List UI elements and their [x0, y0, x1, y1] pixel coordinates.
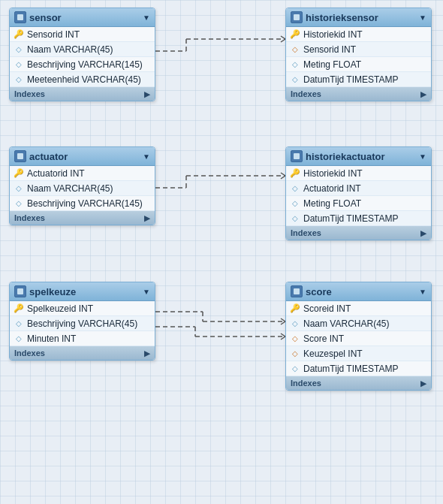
diamond-icon-sensor-4: ◇: [14, 75, 23, 84]
field-actuator-3: ◇ Beschrijving VARCHAR(145): [10, 196, 155, 211]
field-historieksensor-3: ◇ Meting FLOAT: [286, 57, 431, 72]
field-text-historieksensor-3: Meting FLOAT: [303, 59, 361, 70]
field-sensor-1: 🔑 Sensorid INT: [10, 27, 155, 42]
table-header-historiekactuator[interactable]: historiekactuator ▼: [286, 147, 431, 166]
field-historiekactuator-4: ◇ DatumTijd TIMESTAMP: [286, 211, 431, 226]
field-historieksensor-2: ◇ Sensorid INT: [286, 42, 431, 57]
table-icon-spelkeuze: [14, 285, 26, 297]
diamond-icon-score-2: ◇: [291, 319, 300, 328]
table-icon-score: [291, 285, 303, 297]
indexes-arrow-actuator: ▶: [144, 214, 150, 222]
key-icon-historiekactuator-1: 🔑: [291, 169, 300, 178]
table-header-spelkeuze[interactable]: spelkeuze ▼: [10, 282, 155, 301]
table-icon-historiekactuator: [291, 150, 303, 162]
indexes-label-sensor: Indexes: [14, 89, 45, 98]
indexes-label-spelkeuze: Indexes: [14, 349, 45, 358]
key-icon-actuator-1: 🔑: [14, 169, 23, 178]
field-text-sensor-2: Naam VARCHAR(45): [27, 44, 113, 55]
dropdown-arrow-score[interactable]: ▼: [419, 288, 426, 296]
field-score-2: ◇ Naam VARCHAR(45): [286, 316, 431, 331]
diamond-icon-actuator-2: ◇: [14, 184, 23, 193]
diamond-icon-historieksensor-3: ◇: [291, 60, 300, 69]
indexes-label-actuator: Indexes: [14, 213, 45, 222]
table-header-score[interactable]: score ▼: [286, 282, 431, 301]
indexes-actuator[interactable]: Indexes ▶: [10, 211, 155, 225]
indexes-arrow-spelkeuze: ▶: [144, 349, 150, 358]
field-spelkeuze-2: ◇ Beschrijving VARCHAR(45): [10, 316, 155, 331]
field-score-5: ◇ DatumTijd TIMESTAMP: [286, 361, 431, 376]
field-text-actuator-2: Naam VARCHAR(45): [27, 183, 113, 194]
indexes-sensor[interactable]: Indexes ▶: [10, 87, 155, 101]
table-name-spelkeuze: spelkeuze: [29, 286, 76, 297]
field-text-actuator-3: Beschrijving VARCHAR(145): [27, 198, 143, 209]
field-sensor-3: ◇ Beschrijving VARCHAR(145): [10, 57, 155, 72]
field-text-historieksensor-1: Historiekid INT: [303, 29, 363, 40]
table-header-actuator[interactable]: actuator ▼: [10, 147, 155, 166]
diamond-icon-score-5: ◇: [291, 364, 300, 373]
field-historieksensor-4: ◇ DatumTijd TIMESTAMP: [286, 72, 431, 87]
field-actuator-2: ◇ Naam VARCHAR(45): [10, 181, 155, 196]
table-name-historiekactuator: historiekactuator: [306, 151, 384, 162]
diamond-icon-sensor-3: ◇: [14, 60, 23, 69]
field-text-score-4: Keuzespel INT: [303, 349, 363, 359]
indexes-arrow-historiekactuator: ▶: [420, 229, 426, 237]
field-sensor-4: ◇ Meeteenheid VARCHAR(45): [10, 72, 155, 87]
key-icon-historieksensor-1: 🔑: [291, 30, 300, 39]
key-icon-score-1: 🔑: [291, 304, 300, 313]
indexes-label-historieksensor: Indexes: [291, 89, 321, 98]
diamond-orange-score-3: ◇: [291, 334, 300, 343]
indexes-spelkeuze[interactable]: Indexes ▶: [10, 346, 155, 360]
table-spelkeuze: spelkeuze ▼ 🔑 Spelkeuzeid INT ◇ Beschrij…: [9, 282, 155, 361]
table-icon-sensor: [14, 11, 26, 23]
table-name-sensor: sensor: [29, 12, 62, 23]
dropdown-arrow-spelkeuze[interactable]: ▼: [143, 288, 150, 296]
table-header-historieksensor[interactable]: historieksensor ▼: [286, 8, 431, 27]
field-text-spelkeuze-2: Beschrijving VARCHAR(45): [27, 318, 137, 329]
diamond-icon-actuator-3: ◇: [14, 199, 23, 208]
field-text-historiekactuator-4: DatumTijd TIMESTAMP: [303, 213, 398, 224]
table-sensor: sensor ▼ 🔑 Sensorid INT ◇ Naam VARCHAR(4…: [9, 8, 155, 101]
table-score: score ▼ 🔑 Scoreid INT ◇ Naam VARCHAR(45)…: [285, 282, 432, 391]
table-name-score: score: [306, 286, 332, 297]
indexes-historiekactuator[interactable]: Indexes ▶: [286, 226, 431, 240]
table-icon-actuator: [14, 150, 26, 162]
field-text-spelkeuze-3: Minuten INT: [27, 333, 76, 344]
indexes-arrow-sensor: ▶: [144, 90, 150, 98]
field-text-sensor-3: Beschrijving VARCHAR(145): [27, 59, 143, 70]
field-text-score-2: Naam VARCHAR(45): [303, 318, 389, 329]
table-name-historieksensor: historieksensor: [306, 12, 378, 23]
indexes-label-historiekactuator: Indexes: [291, 228, 321, 237]
indexes-label-score: Indexes: [291, 379, 321, 388]
indexes-score[interactable]: Indexes ▶: [286, 376, 431, 390]
table-historiekactuator: historiekactuator ▼ 🔑 Historiekid INT ◇ …: [285, 146, 432, 240]
field-text-historieksensor-4: DatumTijd TIMESTAMP: [303, 74, 398, 85]
diamond-icon-sensor-2: ◇: [14, 45, 23, 54]
table-actuator: actuator ▼ 🔑 Actuatorid INT ◇ Naam VARCH…: [9, 146, 155, 225]
field-text-historiekactuator-2: Actuatorid INT: [303, 183, 361, 194]
diamond-icon-historiekactuator-4: ◇: [291, 214, 300, 223]
dropdown-arrow-sensor[interactable]: ▼: [143, 14, 150, 22]
field-historiekactuator-3: ◇ Meting FLOAT: [286, 196, 431, 211]
diamond-orange-score-4: ◇: [291, 349, 300, 358]
indexes-arrow-historieksensor: ▶: [420, 90, 426, 98]
table-icon-historieksensor: [291, 11, 303, 23]
field-text-sensor-1: Sensorid INT: [27, 29, 80, 40]
dropdown-arrow-actuator[interactable]: ▼: [143, 152, 150, 161]
field-sensor-2: ◇ Naam VARCHAR(45): [10, 42, 155, 57]
diamond-icon-historieksensor-4: ◇: [291, 75, 300, 84]
field-spelkeuze-1: 🔑 Spelkeuzeid INT: [10, 301, 155, 316]
diamond-icon-historiekactuator-2: ◇: [291, 184, 300, 193]
field-text-historieksensor-2: Sensorid INT: [303, 44, 356, 55]
table-name-actuator: actuator: [29, 151, 68, 162]
dropdown-arrow-historieksensor[interactable]: ▼: [419, 14, 426, 22]
diamond-orange-historieksensor-2: ◇: [291, 45, 300, 54]
field-text-score-3: Score INT: [303, 333, 344, 344]
field-spelkeuze-3: ◇ Minuten INT: [10, 331, 155, 346]
diamond-icon-historiekactuator-3: ◇: [291, 199, 300, 208]
diamond-icon-spelkeuze-2: ◇: [14, 319, 23, 328]
table-header-sensor[interactable]: sensor ▼: [10, 8, 155, 27]
field-score-4: ◇ Keuzespel INT: [286, 346, 431, 361]
dropdown-arrow-historiekactuator[interactable]: ▼: [419, 152, 426, 161]
diamond-icon-spelkeuze-3: ◇: [14, 334, 23, 343]
indexes-historieksensor[interactable]: Indexes ▶: [286, 87, 431, 101]
